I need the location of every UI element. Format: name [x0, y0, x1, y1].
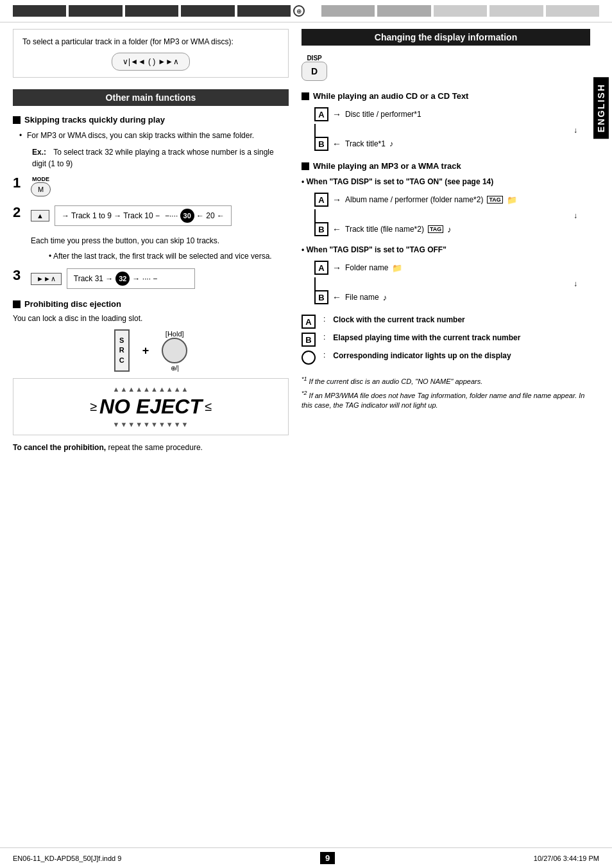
disp-section: DISP D [302, 55, 590, 81]
step-2-up-btn[interactable]: ▲ [31, 210, 49, 221]
mode-button[interactable]: M [31, 182, 51, 196]
step-1: 1 MODE M [13, 176, 289, 196]
mp3-tag-off-ab-diagram: A → Folder name 📁 ↓ B ← File name ♪ [314, 261, 590, 304]
skip-bullet-1: For MP3 or WMA discs, you can skip track… [19, 130, 289, 141]
legend-circle-colon: : [323, 351, 325, 360]
mp3-tag-on-ab-diagram: A → Album name / performer (folder name*… [314, 193, 590, 236]
tag-off-label: • When "TAG DISP" is set to "TAG OFF" [302, 245, 590, 254]
footnote-2: *2 If an MP3/WMA file does not have Tag … [302, 389, 590, 410]
mp3-tag-on-a-row: A → Album name / performer (folder name*… [314, 193, 590, 207]
mp3-tag-on-b-arrow: ← [332, 224, 341, 234]
disp-group: DISP D [302, 55, 327, 81]
legend-a-colon: : [323, 315, 325, 324]
prohibit-desc: You can lock a disc in the loading slot. [13, 314, 289, 323]
legend-b-row: B : Elapsed playing time with the curren… [302, 333, 590, 347]
mp3-tag-off-a-row: A → Folder name 📁 [314, 261, 590, 275]
date-stamp: 10/27/06 3:44:19 PM [534, 855, 599, 862]
main-content: To select a particular track in a folder… [0, 22, 612, 470]
audio-cd-a-text: Disc title / performer*1 [345, 110, 421, 119]
audio-cd-section: While playing an audio CD or a CD Text A… [302, 91, 590, 151]
mp3-tag-on-b-box: B [314, 222, 328, 236]
mp3-tag-off-a-arrow: → [332, 263, 341, 273]
bar-seg-6 [321, 5, 375, 17]
nav-sep: ( ) [148, 56, 155, 67]
circle-button[interactable] [162, 338, 187, 363]
ex-text: Ex.: To select track 32 while playing a … [13, 146, 289, 169]
mp3-wma-section: While playing an MP3 or a WMA track • Wh… [302, 161, 590, 304]
audio-cd-b-arrow: ← [332, 139, 341, 149]
mp3-tag-off-b-text: File name [345, 293, 379, 302]
audio-cd-a-row: A → Disc title / performer*1 [314, 107, 590, 121]
bar-seg-1 [13, 5, 66, 17]
english-label: ENGLISH [593, 77, 609, 139]
ab-connector-row: ↓ [314, 124, 590, 137]
folder-icon-1: 📁 [507, 195, 517, 205]
footnote-2-num: *2 [302, 390, 307, 396]
folder-icon-2: 📁 [392, 263, 402, 273]
prohibit-ejection-section: Prohibiting disc ejection You can lock a… [13, 299, 289, 453]
legend-b-colon: : [323, 333, 325, 342]
step-2-flow-text2: −···· 30 ← 20 ← [165, 209, 225, 223]
legend-circle-text: Corresponding indicator lights up on the… [333, 351, 511, 361]
changing-display-header: Changing the display information [302, 29, 590, 46]
audio-cd-b-music: ♪ [389, 139, 393, 148]
legend-circle-row: : Corresponding indicator lights up on t… [302, 351, 590, 365]
disp-button[interactable]: D [302, 62, 327, 81]
tag-badge-2: TAG [428, 225, 443, 233]
folder-nav-button[interactable]: ∨|◄◄ ( ) ►►∧ [112, 53, 190, 71]
music-icon-1: ♪ [447, 225, 452, 234]
mp3-tag-on-a-arrow: → [332, 195, 341, 205]
footnote-2-text: If an MP3/WMA file does not have Tag inf… [302, 392, 584, 409]
cancel-bold: To cancel the prohibition, [13, 443, 106, 452]
bar-seg-8 [434, 5, 487, 17]
mp3-tag-on-b-row: B ← Track title (file name*2) TAG ♪ [314, 222, 590, 236]
bar-seg-2 [69, 5, 122, 17]
src-button[interactable]: SRC [114, 329, 130, 372]
step-3-number: 3 [13, 268, 26, 282]
legend-a-box: A [302, 315, 316, 329]
cancel-rest: repeat the same procedure. [108, 443, 202, 452]
nav-prev-icon: ∨|◄◄ [123, 56, 146, 67]
step-2-desc1: Each time you press the button, you can … [31, 235, 289, 247]
step-3-track-flow: Track 31 → 32 → ···· − [67, 268, 195, 289]
nav-next-icon: ►►∧ [158, 56, 179, 67]
black-square-icon-4 [302, 162, 309, 170]
step-3-btn[interactable]: ►►∧ [31, 273, 62, 285]
mp3-tag-off-left-connector [314, 277, 321, 290]
no-eject-container: ▲▲▲▲▲▲▲▲▲▲ ≥ NO EJECT ≤ ▼▼▼▼▼▼▼▼▼▼ [13, 378, 289, 435]
step-2-desc2-bullet: • [49, 252, 53, 261]
info-box-text: To select a particular track in a folder… [22, 36, 279, 48]
mp3-left-connector [314, 209, 321, 222]
num-30: 30 [180, 209, 194, 223]
mp3-tag-off-connector: ↓ [314, 277, 590, 290]
disp-label: DISP [302, 55, 327, 62]
file-name: EN06-11_KD-APD58_50[J]f.indd 9 [13, 855, 121, 862]
bar-seg-10 [546, 5, 599, 17]
tag-badge-1: TAG [487, 196, 502, 204]
hold-group: [Hold] ⊕/| [162, 330, 187, 372]
page-number: 9 [320, 852, 335, 864]
footnotes: *1 If the current disc is an audio CD, "… [302, 375, 590, 410]
top-decorative-bar: ⊕ [0, 0, 612, 22]
lock-diagram: SRC + [Hold] ⊕/| [13, 329, 289, 372]
ab-down-arrow-right: ↓ [321, 124, 590, 137]
no-eject-arrows-top: ▲▲▲▲▲▲▲▲▲▲ [20, 385, 282, 393]
bar-seg-5 [237, 5, 291, 17]
step-2-track-flow: → Track 1 to 9 → Track 10 − −···· 30 ← 2… [55, 205, 232, 226]
plus-sign: + [142, 344, 149, 358]
mp3-tag-on-a-text: Album name / performer (folder name*2) [345, 195, 483, 204]
left-column: To select a particular track in a folder… [13, 29, 289, 464]
skip-bullets: For MP3 or WMA discs, you can skip track… [13, 130, 289, 141]
no-eject-row: ≥ NO EJECT ≤ [20, 394, 282, 419]
black-square-icon [13, 116, 21, 124]
mp3-down-arrow: ↓ [321, 209, 590, 222]
bar-seg-9 [489, 5, 543, 17]
step-2-flow-text: → Track 1 to 9 → Track 10 − [62, 211, 160, 220]
footnote-1-text: If the current disc is an audio CD, "NO … [309, 378, 483, 385]
ex-description: To select track 32 while playing a track… [32, 148, 274, 168]
cancel-text: To cancel the prohibition, repeat the sa… [13, 442, 289, 453]
mp3-tag-off-b-arrow: ← [332, 292, 341, 302]
right-arrow-deco: ≤ [205, 399, 212, 414]
other-functions-header: Other main functions [13, 89, 289, 106]
num-32: 32 [115, 272, 130, 286]
